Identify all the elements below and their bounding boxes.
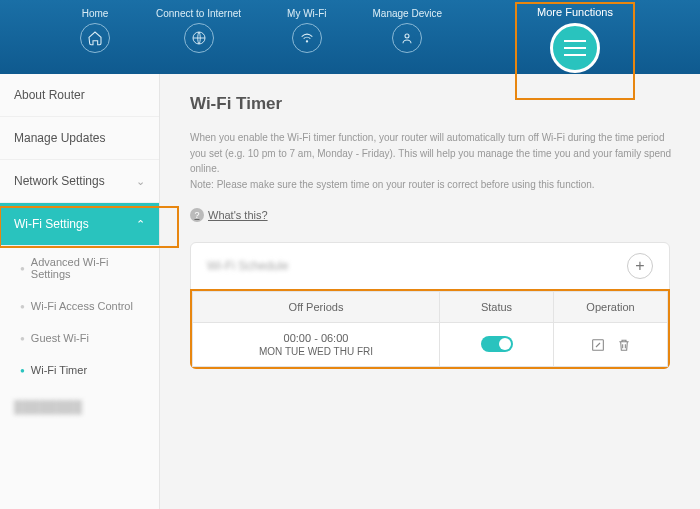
sidebar: About Router Manage Updates Network Sett… <box>0 74 160 509</box>
sidebar-item-wifi-settings[interactable]: Wi-Fi Settings ⌃ <box>0 203 159 246</box>
nav-wifi-label: My Wi-Fi <box>287 8 326 19</box>
table-row: 00:00 - 06:00 MON TUE WED THU FRI <box>193 323 668 367</box>
period-days: MON TUE WED THU FRI <box>199 346 433 357</box>
schedule-table-highlight: Off Periods Status Operation 00:00 - 06:… <box>190 289 670 369</box>
panel-header: Wi-Fi Schedule + <box>191 243 669 290</box>
th-status: Status <box>440 292 554 323</box>
th-off-periods: Off Periods <box>193 292 440 323</box>
user-icon <box>392 23 422 53</box>
svg-point-1 <box>306 41 307 42</box>
more-functions-button[interactable] <box>550 23 600 73</box>
sidebar-sub-guest[interactable]: Guest Wi-Fi <box>0 322 159 354</box>
more-functions-highlight: More Functions <box>515 2 635 100</box>
wifi-icon <box>292 23 322 53</box>
main-content: Wi-Fi Timer When you enable the Wi-Fi ti… <box>160 74 700 509</box>
nav-home[interactable]: Home <box>80 8 110 53</box>
plus-icon: + <box>635 257 644 275</box>
question-icon: ? <box>190 208 204 222</box>
sidebar-item-about[interactable]: About Router <box>0 74 159 117</box>
sidebar-sub-advanced[interactable]: Advanced Wi-Fi Settings <box>0 246 159 290</box>
nav-manage-label: Manage Device <box>373 8 442 19</box>
more-functions-label: More Functions <box>537 6 613 18</box>
sidebar-item-network[interactable]: Network Settings ⌄ <box>0 160 159 203</box>
sidebar-label: Wi-Fi Settings <box>14 217 89 231</box>
sidebar-sub-timer[interactable]: Wi-Fi Timer <box>0 354 159 386</box>
home-icon <box>80 23 110 53</box>
period-time: 00:00 - 06:00 <box>199 332 433 344</box>
sidebar-item-blurred: ████████ <box>0 386 159 428</box>
hamburger-icon <box>564 40 586 42</box>
cell-period: 00:00 - 06:00 MON TUE WED THU FRI <box>193 323 440 367</box>
whats-this-link[interactable]: ? What's this? <box>190 208 676 222</box>
add-schedule-button[interactable]: + <box>627 253 653 279</box>
status-toggle[interactable] <box>481 336 513 352</box>
whats-this-label: What's this? <box>208 209 268 221</box>
nav-connect-label: Connect to Internet <box>156 8 241 19</box>
sidebar-sub-access[interactable]: Wi-Fi Access Control <box>0 290 159 322</box>
sidebar-sub-label: Wi-Fi Timer <box>31 364 87 376</box>
sidebar-label: About Router <box>14 88 85 102</box>
sidebar-sub-label: Advanced Wi-Fi Settings <box>31 256 145 280</box>
nav-manage[interactable]: Manage Device <box>373 8 442 53</box>
page-description: When you enable the Wi-Fi timer function… <box>190 130 676 192</box>
delete-icon[interactable] <box>616 337 632 353</box>
nav-connect[interactable]: Connect to Internet <box>156 8 241 53</box>
globe-icon <box>184 23 214 53</box>
cell-operation <box>554 323 668 367</box>
svg-point-2 <box>405 34 409 38</box>
nav-wifi[interactable]: My Wi-Fi <box>287 8 326 53</box>
schedule-panel: Wi-Fi Schedule + Off Periods Status Oper… <box>190 242 670 369</box>
schedule-table: Off Periods Status Operation 00:00 - 06:… <box>192 291 668 367</box>
sidebar-sub-label: Guest Wi-Fi <box>31 332 89 344</box>
sidebar-sub-label: Wi-Fi Access Control <box>31 300 133 312</box>
edit-icon[interactable] <box>590 337 606 353</box>
panel-title: Wi-Fi Schedule <box>207 259 288 273</box>
chevron-up-icon: ⌃ <box>136 218 145 231</box>
nav-home-label: Home <box>82 8 109 19</box>
sidebar-item-updates[interactable]: Manage Updates <box>0 117 159 160</box>
sidebar-label: Network Settings <box>14 174 105 188</box>
th-operation: Operation <box>554 292 668 323</box>
sidebar-label: Manage Updates <box>14 131 105 145</box>
cell-status <box>440 323 554 367</box>
chevron-down-icon: ⌄ <box>136 175 145 188</box>
